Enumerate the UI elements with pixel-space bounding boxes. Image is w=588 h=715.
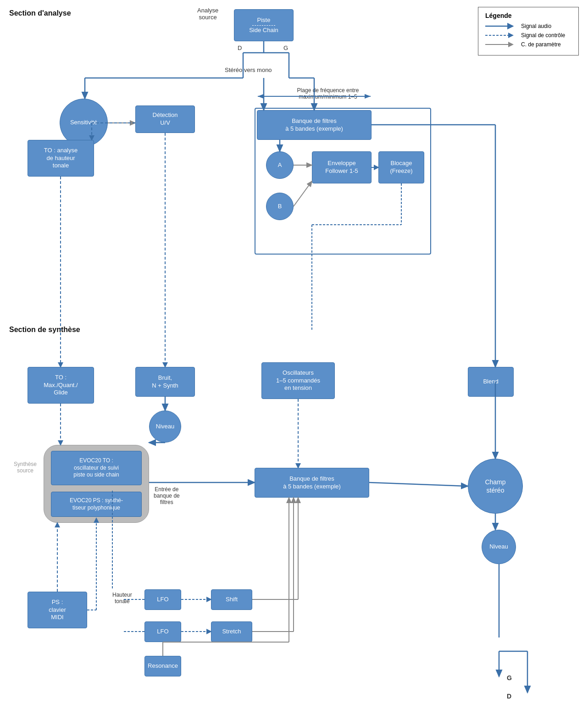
legend-param-label: C. de paramètre bbox=[521, 41, 561, 48]
ps-clavier-box: PS :clavierMIDI bbox=[28, 592, 87, 628]
section-analyse-label: Section d'analyse bbox=[9, 9, 71, 17]
svg-line-34 bbox=[369, 482, 468, 486]
lfo2-box: LFO bbox=[144, 621, 181, 642]
legend-box: Légende Signal audio Signal de contrôle … bbox=[478, 7, 579, 55]
oscillateurs-box: Oscillateurs1–5 commandésen tension bbox=[261, 362, 335, 399]
hauteur-tonale-label: Hauteurtonale bbox=[112, 592, 132, 604]
to-max-label: TO :Max./Quant./Glide bbox=[44, 374, 78, 397]
enveloppe-box: EnveloppeFollower 1-5 bbox=[312, 151, 372, 183]
diagram-container: Section d'analyse Section de synthèse Lé… bbox=[0, 0, 588, 715]
lfo1-box: LFO bbox=[144, 589, 181, 610]
legend-controle-label: Signal de contrôle bbox=[521, 32, 565, 39]
enveloppe-label: EnveloppeFollower 1-5 bbox=[325, 160, 358, 175]
svg-marker-13 bbox=[258, 94, 264, 99]
champ-stereo-circle: Champstéréo bbox=[468, 459, 523, 514]
section-synthese-label: Section de synthèse bbox=[9, 326, 80, 334]
shift-box: Shift bbox=[211, 589, 252, 610]
stretch-box: Stretch bbox=[211, 621, 252, 642]
resonance-box: Resonance bbox=[144, 656, 181, 676]
legend-title: Légende bbox=[485, 12, 571, 19]
legend-item-audio: Signal audio bbox=[485, 23, 571, 29]
detection-box: DétectionU/V bbox=[135, 105, 195, 133]
niveau-synth-circle: Niveau bbox=[149, 410, 181, 443]
bruit-box: Bruit,N + Synth bbox=[135, 367, 195, 397]
evoc20-to-label: EVOC20 TO :oscillateur de suivipiste ou … bbox=[73, 457, 119, 479]
stereo-mono-label: Stéréo vers mono bbox=[225, 67, 272, 73]
g-output-label: G bbox=[507, 674, 512, 682]
niveau-out-circle: Niveau bbox=[482, 530, 516, 564]
analyse-source-label: Analysesource bbox=[197, 7, 218, 21]
evoc20-ps-box: EVOC20 PS : synthé-tiseur polyphonique bbox=[51, 492, 142, 517]
evoc20-group: EVOC20 TO :oscillateur de suivipiste ou … bbox=[44, 445, 149, 523]
legend-item-controle: Signal de contrôle bbox=[485, 32, 571, 39]
legend-item-param: C. de paramètre bbox=[485, 41, 571, 48]
d-label-top: D bbox=[238, 44, 242, 51]
svg-line-22 bbox=[294, 181, 312, 206]
to-analyse-box: TO : analysede hauteurtonale bbox=[28, 140, 94, 177]
circle-b: B bbox=[266, 193, 294, 220]
evoc20-ps-label: EVOC20 PS : synthé-tiseur polyphonique bbox=[70, 497, 123, 511]
blocage-label: Blocage(Freeze) bbox=[390, 160, 412, 175]
piste-label: PisteSide Chain bbox=[249, 17, 278, 34]
banque-filtres-analyse-label: Banque de filtresà 5 bandes (exemple) bbox=[285, 117, 343, 133]
piste-box: PisteSide Chain bbox=[234, 9, 294, 41]
legend-audio-label: Signal audio bbox=[521, 23, 551, 29]
to-max-box: TO :Max./Quant./Glide bbox=[28, 367, 94, 404]
banque-filtres-analyse-box: Banque de filtresà 5 bandes (exemple) bbox=[257, 110, 372, 140]
circle-a: A bbox=[266, 151, 294, 179]
blocage-box: Blocage(Freeze) bbox=[378, 151, 424, 183]
g-label-top: G bbox=[283, 44, 288, 51]
plage-freq-label: Plage de fréquence entremaximum/minimum … bbox=[271, 87, 385, 100]
detection-label: DétectionU/V bbox=[153, 111, 178, 127]
to-analyse-label: TO : analysede hauteurtonale bbox=[44, 147, 78, 170]
d-output-label: D bbox=[507, 693, 511, 700]
blend-box: Blend bbox=[468, 367, 514, 397]
synthese-source-label: Synthèsesource bbox=[14, 461, 37, 474]
entree-banque-label: Entrée debanque defiltres bbox=[154, 486, 180, 505]
bruit-label: Bruit,N + Synth bbox=[152, 374, 178, 390]
ps-clavier-label: PS :clavierMIDI bbox=[49, 599, 66, 622]
banque-filtres-synth-label: Banque de filtresà 5 bandes (exemple) bbox=[283, 475, 341, 491]
banque-filtres-synth-box: Banque de filtresà 5 bandes (exemple) bbox=[255, 468, 369, 498]
evoc20-to-box: EVOC20 TO :oscillateur de suivipiste ou … bbox=[51, 451, 142, 485]
oscillateurs-label: Oscillateurs1–5 commandésen tension bbox=[276, 369, 320, 393]
champ-stereo-label: Champstéréo bbox=[485, 478, 505, 494]
